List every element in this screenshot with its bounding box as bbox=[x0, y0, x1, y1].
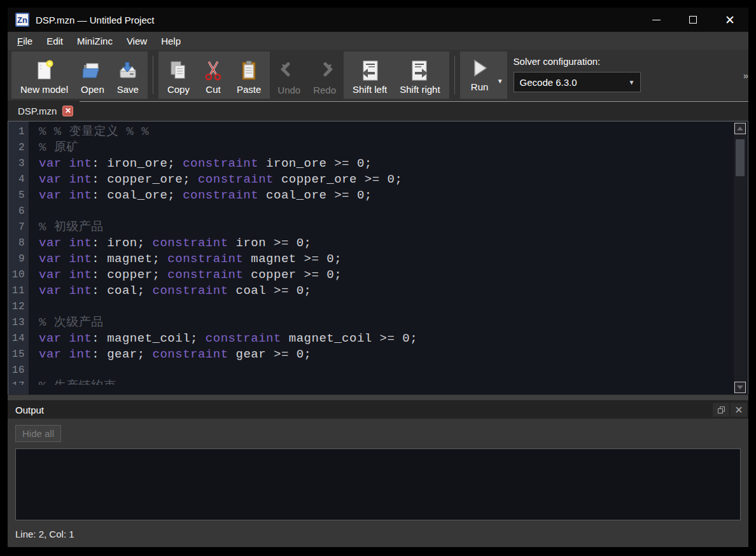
scroll-up-icon bbox=[737, 127, 743, 130]
line-number: 17 bbox=[8, 379, 29, 385]
line-number: 2 bbox=[8, 140, 29, 156]
hide-all-button[interactable]: Hide all bbox=[15, 425, 61, 442]
redo-button[interactable]: Redo bbox=[307, 51, 342, 99]
menu-minizinc[interactable]: MiniZinc bbox=[70, 34, 120, 48]
close-button[interactable]: ✕ bbox=[711, 8, 748, 32]
line-number: 5 bbox=[8, 188, 29, 204]
toolbar: New model Open bbox=[8, 50, 748, 101]
redo-icon bbox=[314, 60, 335, 83]
code-text bbox=[29, 363, 39, 379]
line-number: 16 bbox=[8, 363, 29, 379]
toolbar-separator bbox=[153, 56, 153, 94]
window-title: DSP.mzn — Untitled Project bbox=[36, 15, 154, 25]
editor-vertical-scrollbar[interactable] bbox=[734, 123, 746, 393]
open-button[interactable]: Open bbox=[74, 52, 111, 99]
minizinc-app-icon: Zn bbox=[15, 13, 29, 27]
code-line[interactable]: 9var int: magnet; constraint magnet >= 0… bbox=[8, 251, 732, 267]
tab-dsp-mzn[interactable]: DSP.mzn ✕ bbox=[8, 101, 80, 121]
tab-bar-top-line bbox=[22, 101, 748, 102]
output-text-area[interactable] bbox=[15, 448, 741, 520]
code-line[interactable]: 5var int: coal_ore; constraint coal_ore … bbox=[8, 188, 732, 204]
line-number: 12 bbox=[8, 299, 29, 315]
code-line[interactable]: 14var int: magnet_coil; constraint magne… bbox=[8, 331, 732, 347]
code-line[interactable]: 4var int: copper_ore; constraint copper_… bbox=[8, 172, 732, 188]
code-line[interactable]: 6 bbox=[8, 204, 732, 219]
undo-button[interactable]: Undo bbox=[271, 51, 307, 99]
toolbar-group-file: New model Open bbox=[11, 52, 148, 99]
code-text: % 初级产品 bbox=[29, 219, 104, 235]
cut-button[interactable]: Cut bbox=[196, 52, 230, 99]
toolbar-group-clipboard: Copy Cut bbox=[158, 52, 270, 99]
code-text: % 原矿 bbox=[29, 140, 79, 156]
tab-bar: DSP.mzn ✕ bbox=[8, 101, 748, 121]
save-disk-icon bbox=[117, 59, 139, 82]
code-line[interactable]: 16 bbox=[8, 363, 732, 379]
menu-help[interactable]: Help bbox=[154, 34, 188, 48]
scroll-up-button[interactable] bbox=[734, 123, 746, 134]
output-panel-header: Output ✕ bbox=[8, 401, 748, 419]
tab-label: DSP.mzn bbox=[18, 106, 57, 116]
minimize-icon bbox=[652, 20, 661, 20]
save-button[interactable]: Save bbox=[111, 52, 145, 99]
toolbar-group-run: Run ▼ bbox=[460, 52, 507, 99]
code-line[interactable]: 3var int: iron_ore; constraint iron_ore … bbox=[8, 156, 732, 172]
cut-scissors-icon bbox=[202, 59, 224, 82]
toolbar-group-shift: Shift left Shift right bbox=[344, 52, 449, 99]
code-text: var int: iron_ore; constraint iron_ore >… bbox=[29, 156, 372, 172]
solver-config-label: Solver configuration: bbox=[514, 56, 641, 67]
tab-close-icon[interactable]: ✕ bbox=[62, 106, 73, 116]
code-line[interactable]: 15var int: gear; constraint gear >= 0; bbox=[8, 347, 732, 363]
code-line[interactable]: 13% 次级产品 bbox=[8, 315, 732, 331]
solver-config-select[interactable]: Gecode 6.3.0 ▼ bbox=[514, 72, 641, 92]
title-bar: Zn DSP.mzn — Untitled Project ✕ bbox=[8, 8, 748, 32]
menu-file[interactable]: File bbox=[10, 34, 39, 48]
output-close-button[interactable]: ✕ bbox=[731, 403, 747, 417]
scroll-down-icon bbox=[737, 386, 743, 389]
code-editor[interactable]: 1% % 变量定义 % %2% 原矿3var int: iron_ore; co… bbox=[8, 121, 748, 394]
toolbar-overflow-button[interactable]: » bbox=[743, 70, 747, 81]
line-number: 10 bbox=[8, 267, 29, 283]
paste-clipboard-icon bbox=[238, 59, 260, 82]
code-line[interactable]: 10var int: copper; constraint copper >= … bbox=[8, 267, 732, 283]
code-line[interactable]: 7% 初级产品 bbox=[8, 219, 732, 235]
maximize-button[interactable] bbox=[675, 8, 711, 32]
code-text: var int: gear; constraint gear >= 0; bbox=[29, 347, 312, 363]
code-text bbox=[29, 204, 39, 219]
menu-edit[interactable]: Edit bbox=[39, 34, 70, 48]
menu-view[interactable]: View bbox=[120, 34, 154, 48]
code-text bbox=[29, 299, 39, 315]
undo-icon bbox=[278, 60, 300, 83]
new-model-button[interactable]: New model bbox=[14, 52, 74, 99]
line-number: 3 bbox=[8, 156, 29, 172]
code-line[interactable]: 8var int: iron; constraint iron >= 0; bbox=[8, 235, 732, 251]
menu-bar: File Edit MiniZinc View Help bbox=[8, 32, 748, 50]
float-panel-icon bbox=[718, 407, 725, 414]
shift-right-button[interactable]: Shift right bbox=[393, 52, 446, 99]
scrollbar-thumb[interactable] bbox=[736, 139, 745, 176]
code-line[interactable]: 2% 原矿 bbox=[8, 140, 732, 156]
output-float-button[interactable] bbox=[713, 403, 729, 417]
line-number: 9 bbox=[8, 251, 29, 267]
paste-button[interactable]: Paste bbox=[230, 52, 267, 99]
code-text: var int: iron; constraint iron >= 0; bbox=[29, 235, 312, 251]
minimize-button[interactable] bbox=[638, 8, 675, 32]
line-number: 8 bbox=[8, 235, 29, 251]
shift-left-icon bbox=[359, 59, 381, 82]
editor-output-splitter[interactable] bbox=[8, 394, 748, 401]
line-number: 1 bbox=[8, 124, 29, 140]
code-line[interactable]: 1% % 变量定义 % % bbox=[8, 124, 732, 140]
code-line[interactable]: 11var int: coal; constraint coal >= 0; bbox=[8, 283, 732, 299]
new-model-icon bbox=[34, 59, 55, 82]
chevron-down-icon: ▼ bbox=[624, 73, 640, 92]
code-line[interactable]: 17% 生产链约束 bbox=[8, 379, 732, 385]
run-button[interactable]: Run bbox=[463, 54, 497, 96]
code-text: var int: magnet; constraint magnet >= 0; bbox=[29, 251, 342, 267]
solver-configuration: Solver configuration: Gecode 6.3.0 ▼ bbox=[514, 51, 641, 99]
run-dropdown-arrow[interactable]: ▼ bbox=[497, 78, 503, 85]
code-text: % 生产链约束 bbox=[29, 379, 116, 385]
copy-icon bbox=[167, 59, 189, 82]
shift-left-button[interactable]: Shift left bbox=[346, 52, 393, 99]
copy-button[interactable]: Copy bbox=[161, 52, 196, 99]
scroll-down-button[interactable] bbox=[734, 382, 746, 393]
code-line[interactable]: 12 bbox=[8, 299, 732, 315]
